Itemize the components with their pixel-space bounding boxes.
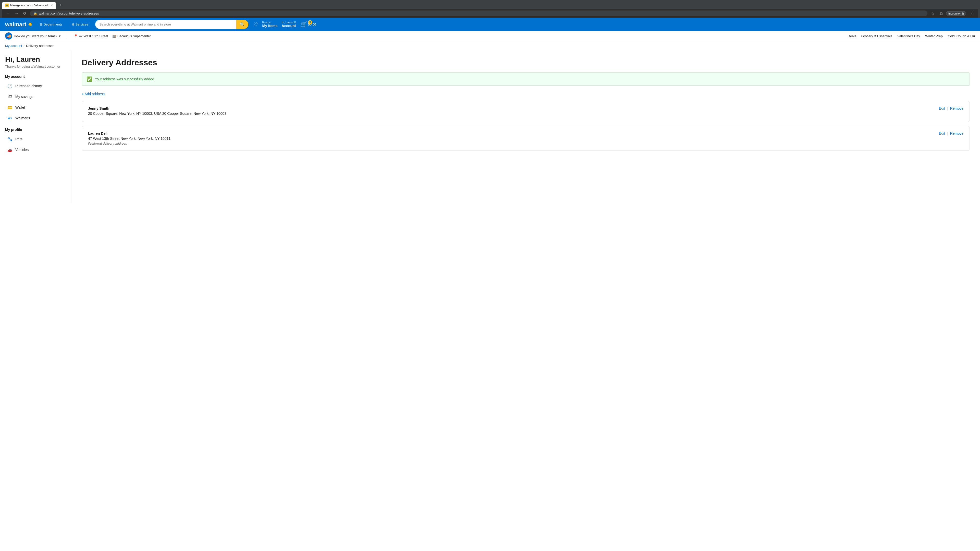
savings-icon: 🏷 [7, 94, 13, 100]
sidebar-item-wallet[interactable]: 💳 Wallet [5, 102, 66, 113]
nav-grocery[interactable]: Grocery & Essentials [861, 34, 892, 38]
address-line-1: 20 Cooper Square, New York, NY 10003, US… [88, 111, 226, 116]
sidebar-item-my-savings[interactable]: 🏷 My savings [5, 91, 66, 102]
walmart-plus-icon: W+ [7, 115, 13, 121]
sidebar: Hi, Lauren Thanks for being a Walmart cu… [0, 50, 72, 203]
breadcrumb-current: Delivery addresses [26, 44, 54, 48]
address-actions-2: Edit | Remove [939, 131, 963, 135]
delivery-selector[interactable]: 🚚 How do you want your items? ▾ [5, 32, 61, 40]
separator: | [67, 34, 68, 38]
url-text: walmart.com/account/delivery-addresses [39, 11, 924, 15]
address-location[interactable]: 📍 47 West 13th Street [74, 34, 108, 38]
delivery-icon: 🚚 [5, 32, 12, 40]
address-actions-1: Edit | Remove [939, 106, 963, 110]
address-card-2: Lauren Deli 47 West 13th Street New York… [82, 126, 970, 151]
pets-label: Pets [15, 137, 22, 141]
nav-cold[interactable]: Cold, Cough & Flu [948, 34, 975, 38]
delivery-label: How do you want your items? [14, 34, 57, 38]
cart-button[interactable]: 0 🛒 $0.00 [300, 21, 317, 28]
my-profile-section-title: My profile [5, 127, 66, 132]
address-info-2: Lauren Deli 47 West 13th Street New York… [88, 131, 170, 145]
address-line-2: 47 West 13th Street New York, New York, … [88, 137, 170, 141]
success-banner: ✅ Your address was successfully added [82, 73, 970, 86]
nav-valentines[interactable]: Valentine's Day [897, 34, 920, 38]
edit-address-1-button[interactable]: Edit [939, 106, 945, 110]
vehicles-icon: 🚗 [7, 147, 13, 152]
walmart-header: walmart ✸ ⊞ Departments ⊕ Services 🔍 ♡ R… [0, 18, 980, 31]
address-name-1: Jenny Smith [88, 106, 226, 110]
remove-address-1-button[interactable]: Remove [950, 106, 963, 110]
sidebar-button[interactable]: ⧉ [938, 11, 944, 17]
spark-icon: ✸ [28, 21, 32, 28]
chevron-down-icon: ▾ [59, 34, 61, 38]
new-tab-button[interactable]: + [57, 2, 64, 9]
walmart-logo[interactable]: walmart ✸ [5, 21, 32, 28]
browser-chrome: W Manage Account - Delivery add × + ← → … [0, 0, 980, 18]
forward-button[interactable]: → [13, 11, 20, 16]
purchase-history-label: Purchase history [15, 84, 42, 88]
sub-header: 🚚 How do you want your items? ▾ | 📍 47 W… [0, 31, 980, 41]
nav-winter[interactable]: Winter Prep [925, 34, 943, 38]
location-pin-icon: 📍 [74, 34, 78, 38]
lock-icon: 🔒 [33, 12, 37, 15]
breadcrumb-separator: / [24, 44, 24, 48]
my-savings-label: My savings [15, 95, 33, 99]
services-button[interactable]: ⊕ Services [70, 21, 90, 27]
main-layout: Hi, Lauren Thanks for being a Walmart cu… [0, 50, 980, 203]
active-tab[interactable]: W Manage Account - Delivery add × [2, 2, 56, 9]
address-bar: ← → ⟳ 🔒 walmart.com/account/delivery-add… [2, 9, 978, 18]
incognito-badge: Incognito (3) [946, 11, 966, 16]
remove-address-2-button[interactable]: Remove [950, 131, 963, 135]
breadcrumb: My account / Delivery addresses [0, 41, 980, 50]
departments-grid-icon: ⊞ [40, 22, 42, 26]
wallet-label: Wallet [15, 105, 25, 110]
reorder-sub: Reorder [262, 21, 271, 24]
search-bar: 🔍 [95, 20, 248, 29]
store-icon: 🏬 [112, 34, 116, 38]
wallet-icon: 💳 [7, 105, 13, 110]
account-link[interactable]: 👤 Hi, Lauren D Account [282, 21, 296, 28]
services-icon: ⊕ [72, 22, 75, 26]
search-button[interactable]: 🔍 [236, 20, 248, 29]
add-address-link[interactable]: + Add address [82, 92, 105, 96]
logo-text: walmart [5, 21, 26, 28]
action-separator-2: | [947, 131, 948, 135]
reload-button[interactable]: ⟳ [22, 11, 28, 16]
cart-badge: 0 [308, 20, 312, 24]
sidebar-greeting: Hi, Lauren [5, 56, 66, 64]
breadcrumb-parent-link[interactable]: My account [5, 44, 22, 48]
browser-actions: ☆ ⧉ Incognito (3) ⋮ [929, 10, 975, 17]
address-card-1: Jenny Smith 20 Cooper Square, New York, … [82, 101, 970, 122]
sidebar-item-walmart-plus[interactable]: W+ Walmart+ [5, 113, 66, 124]
address-info-1: Jenny Smith 20 Cooper Square, New York, … [88, 106, 226, 117]
preferred-label-2: Preferred delivery address [88, 141, 170, 145]
sidebar-subtitle: Thanks for being a Walmart customer [5, 65, 66, 68]
tab-close-button[interactable]: × [51, 3, 53, 7]
favorites-button[interactable]: ☆ [929, 10, 936, 17]
sidebar-item-pets[interactable]: 🐾 Pets [5, 134, 66, 144]
vehicles-label: Vehicles [15, 148, 29, 152]
sidebar-item-vehicles[interactable]: 🚗 Vehicles [5, 144, 66, 155]
wishlist-icon[interactable]: ♡ [253, 21, 258, 27]
back-button[interactable]: ← [5, 11, 11, 16]
success-checkmark-icon: ✅ [86, 76, 92, 82]
my-account-section-title: My account [5, 75, 66, 79]
walmart-plus-label: Walmart+ [15, 116, 30, 120]
address-name-2: Lauren Deli [88, 131, 170, 135]
cart-icon: 🛒 [300, 21, 307, 28]
main-content: Delivery Addresses ✅ Your address was su… [72, 50, 980, 203]
sidebar-item-purchase-history[interactable]: 🕐 Purchase history [5, 81, 66, 91]
tab-favicon: W [5, 3, 9, 7]
edit-address-2-button[interactable]: Edit [939, 131, 945, 135]
action-separator-1: | [947, 106, 948, 110]
url-field[interactable]: 🔒 walmart.com/account/delivery-addresses [30, 11, 928, 16]
store-location[interactable]: 🏬 Secaucus Supercenter [112, 34, 151, 38]
search-input[interactable] [95, 20, 236, 29]
header-actions: ♡ Reorder My Items 👤 Hi, Lauren D Accoun… [253, 21, 316, 28]
reorder-link[interactable]: Reorder My Items [262, 21, 277, 28]
tab-title: Manage Account - Delivery add [10, 4, 49, 7]
category-nav: Deals Grocery & Essentials Valentine's D… [848, 34, 975, 38]
nav-deals[interactable]: Deals [848, 34, 856, 38]
menu-button[interactable]: ⋮ [968, 10, 975, 17]
departments-button[interactable]: ⊞ Departments [38, 21, 64, 27]
